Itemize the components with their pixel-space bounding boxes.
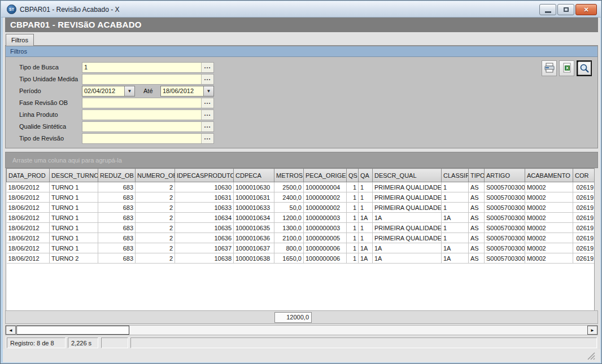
column-header-descr_turno[interactable]: DESCR_TURNO bbox=[50, 169, 98, 182]
cell-cdpeca[interactable]: 1000010634 bbox=[234, 213, 274, 223]
cell-descr_turno[interactable]: TURNO 1 bbox=[50, 233, 98, 243]
cell-artigo[interactable]: S0005700300 bbox=[485, 223, 525, 233]
cell-descr_turno[interactable]: TURNO 1 bbox=[50, 223, 98, 233]
cell-qa[interactable]: 1 bbox=[359, 192, 373, 203]
cell-reduz_ob[interactable]: 683 bbox=[98, 223, 136, 233]
cell-idpecasproduto[interactable]: 10638 bbox=[175, 253, 234, 264]
cell-acabamento[interactable]: M0002 bbox=[525, 192, 573, 203]
cell-classif[interactable]: 1 bbox=[442, 233, 469, 243]
cell-idpecasproduto[interactable]: 10633 bbox=[175, 203, 234, 213]
cell-reduz_ob[interactable]: 683 bbox=[98, 192, 136, 203]
column-header-tipo[interactable]: TIPO bbox=[469, 169, 485, 182]
column-header-qs[interactable]: QS bbox=[347, 169, 359, 182]
group-by-hint[interactable]: Arraste uma coluna aqui para agrupá-la bbox=[5, 152, 598, 168]
cell-numero_ob[interactable]: 2 bbox=[136, 182, 175, 192]
cell-peca_origem[interactable]: 1000000005 bbox=[304, 233, 347, 243]
cell-peca_origem[interactable]: 1000000006 bbox=[304, 253, 347, 264]
cell-metros[interactable]: 800,0 bbox=[274, 243, 304, 253]
cell-qs[interactable]: 1 bbox=[347, 182, 359, 192]
cell-acabamento[interactable]: M0002 bbox=[525, 253, 573, 264]
cell-tipo[interactable]: AS bbox=[469, 253, 485, 264]
cell-qs[interactable]: 1 bbox=[347, 213, 359, 223]
cell-idpecasproduto[interactable]: 10636 bbox=[175, 233, 234, 243]
cell-data_prod[interactable]: 18/06/2012 bbox=[7, 253, 50, 264]
cell-reduz_ob[interactable]: 683 bbox=[98, 213, 136, 223]
cell-metros[interactable]: 2400,0 bbox=[274, 192, 304, 203]
period-to-field[interactable]: 18/06/2012▼ bbox=[160, 86, 214, 97]
column-header-cor[interactable]: COR bbox=[573, 169, 595, 182]
cell-numero_ob[interactable]: 2 bbox=[136, 223, 175, 233]
cell-numero_ob[interactable]: 2 bbox=[136, 192, 175, 203]
lookup-ellipsis-button[interactable]: ... bbox=[201, 74, 213, 84]
cell-qs[interactable]: 1 bbox=[347, 203, 359, 213]
cell-data_prod[interactable]: 18/06/2012 bbox=[7, 192, 50, 203]
column-header-idpecasproduto[interactable]: IDPECASPRODUTO bbox=[175, 169, 234, 182]
lookup-ellipsis-button[interactable]: ... bbox=[201, 122, 213, 131]
lookup-ellipsis-button[interactable]: ... bbox=[201, 98, 213, 108]
cell-metros[interactable]: 50,0 bbox=[274, 203, 304, 213]
cell-tipo[interactable]: AS bbox=[469, 182, 485, 192]
lookup-ellipsis-button[interactable]: ... bbox=[201, 134, 213, 143]
column-header-data_prod[interactable]: DATA_PROD bbox=[7, 169, 50, 182]
cell-tipo[interactable]: AS bbox=[469, 213, 485, 223]
cell-qs[interactable]: 1 bbox=[347, 192, 359, 203]
cell-artigo[interactable]: S0005700300 bbox=[485, 233, 525, 243]
filter-input-tipo-de-busca[interactable]: 1... bbox=[82, 62, 214, 73]
column-header-acabamento[interactable]: ACABAMENTO bbox=[525, 169, 573, 182]
filter-input-linha-produto[interactable]: ... bbox=[82, 109, 214, 120]
cell-classif[interactable]: 1A bbox=[442, 253, 469, 264]
cell-idpecasproduto[interactable]: 10634 bbox=[175, 213, 234, 223]
horizontal-scrollbar[interactable]: ◄ ► bbox=[5, 325, 598, 335]
table-row[interactable]: 18/06/2012TURNO 168321063110000106312400… bbox=[7, 192, 595, 203]
cell-tipo[interactable]: AS bbox=[469, 192, 485, 203]
cell-acabamento[interactable]: M0002 bbox=[525, 233, 573, 243]
chevron-down-icon[interactable]: ▼ bbox=[203, 86, 213, 96]
column-header-qa[interactable]: QA bbox=[359, 169, 373, 182]
filter-input-tipo-de-revis-o[interactable]: ... bbox=[82, 133, 214, 144]
cell-qa[interactable]: 1A bbox=[359, 213, 373, 223]
search-button[interactable] bbox=[577, 60, 592, 76]
cell-tipo[interactable]: AS bbox=[469, 223, 485, 233]
excel-export-button[interactable]: X bbox=[559, 60, 574, 76]
cell-qs[interactable]: 1 bbox=[347, 253, 359, 264]
cell-descr_qual[interactable]: 1A bbox=[373, 213, 442, 223]
cell-classif[interactable]: 1 bbox=[442, 203, 469, 213]
cell-cor[interactable]: 02619 bbox=[573, 233, 595, 243]
table-row[interactable]: 18/06/2012TURNO 268321063810000106381650… bbox=[7, 253, 595, 264]
cell-descr_turno[interactable]: TURNO 2 bbox=[50, 253, 98, 264]
cell-acabamento[interactable]: M0002 bbox=[525, 243, 573, 253]
cell-descr_turno[interactable]: TURNO 1 bbox=[50, 203, 98, 213]
cell-metros[interactable]: 1300,0 bbox=[274, 223, 304, 233]
resize-grip-icon[interactable] bbox=[587, 352, 596, 361]
cell-tipo[interactable]: AS bbox=[469, 233, 485, 243]
cell-qs[interactable]: 1 bbox=[347, 223, 359, 233]
title-bar[interactable]: ST CBPAR01 - Revisão Acabado - X ✕ bbox=[1, 1, 601, 17]
cell-descr_qual[interactable]: 1A bbox=[373, 253, 442, 264]
cell-qa[interactable]: 1 bbox=[359, 233, 373, 243]
close-button[interactable]: ✕ bbox=[575, 4, 597, 15]
cell-descr_turno[interactable]: TURNO 1 bbox=[50, 182, 98, 192]
lookup-ellipsis-button[interactable]: ... bbox=[201, 110, 213, 120]
column-header-peca_origem[interactable]: PECA_ORIGEM bbox=[304, 169, 347, 182]
cell-numero_ob[interactable]: 2 bbox=[136, 243, 175, 253]
cell-idpecasproduto[interactable]: 10635 bbox=[175, 223, 234, 233]
cell-reduz_ob[interactable]: 683 bbox=[98, 182, 136, 192]
cell-qs[interactable]: 1 bbox=[347, 243, 359, 253]
filter-input-qualide-sint-tica[interactable]: ... bbox=[82, 121, 214, 132]
cell-cdpeca[interactable]: 1000010635 bbox=[234, 223, 274, 233]
cell-cdpeca[interactable]: 1000010636 bbox=[234, 233, 274, 243]
column-header-classif[interactable]: CLASSIF bbox=[442, 169, 469, 182]
printer-button[interactable] bbox=[542, 60, 557, 76]
cell-cdpeca[interactable]: 1000010638 bbox=[234, 253, 274, 264]
cell-reduz_ob[interactable]: 683 bbox=[98, 203, 136, 213]
cell-acabamento[interactable]: M0002 bbox=[525, 182, 573, 192]
minimize-button[interactable] bbox=[539, 4, 556, 15]
tab-filtros[interactable]: Filtros bbox=[6, 34, 34, 46]
cell-peca_origem[interactable]: 1000000006 bbox=[304, 243, 347, 253]
cell-descr_qual[interactable]: 1A bbox=[373, 243, 442, 253]
cell-cdpeca[interactable]: 1000010637 bbox=[234, 243, 274, 253]
cell-idpecasproduto[interactable]: 10630 bbox=[175, 182, 234, 192]
cell-data_prod[interactable]: 18/06/2012 bbox=[7, 233, 50, 243]
filter-input-fase-revis-o-ob[interactable]: ... bbox=[82, 98, 214, 108]
cell-data_prod[interactable]: 18/06/2012 bbox=[7, 213, 50, 223]
